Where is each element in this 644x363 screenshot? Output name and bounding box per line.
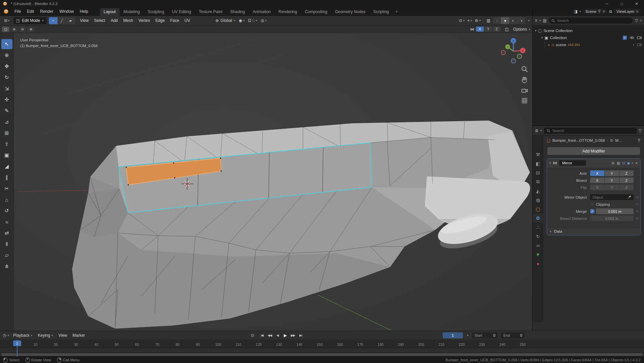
vertex-select-button[interactable]: • [49,17,58,24]
editor-outliner-icon[interactable]: ≡ [535,18,537,23]
timeline-scrollbar[interactable] [0,353,644,357]
tool-extrude-region[interactable]: ⇧ [1,139,12,149]
menu-help[interactable]: Help [77,8,91,15]
mirror-axis-z[interactable]: Z [493,27,501,32]
frame-ruler[interactable]: 1 10203040506070809010011012013014015016… [0,340,644,348]
ortho-grid-icon[interactable] [521,97,528,104]
pin-icon[interactable] [598,9,601,13]
orientation-dropdown[interactable]: ⊕ Global ▾ [215,18,235,23]
modifier-close-icon[interactable]: ✕ [635,161,638,165]
viewport-menu-face[interactable]: Face [167,17,182,24]
menu-file[interactable]: File [11,8,24,15]
viewlayer-copy-icon[interactable]: ⧉ [636,10,638,13]
maximize-button[interactable]: □ [614,0,629,7]
viewlayer-selector[interactable]: ViewLayer ⧉ [614,9,641,14]
jump-to-end-button[interactable]: ▶| [297,332,304,338]
viewport-menu-vertex[interactable]: Vertex [136,17,152,24]
merge-checkbox[interactable]: ✓ [590,209,595,213]
tool-shear[interactable]: ▱ [1,250,12,260]
animate-decorator[interactable] [636,196,638,198]
properties-tab-tool[interactable]: ⚒ [533,150,543,159]
tool-smooth[interactable]: ≈ [1,217,12,227]
timeline-menu-keying[interactable]: Keying▾ [35,332,56,338]
show-on-cage-icon[interactable]: ⊠ [612,161,615,165]
keyframe-area[interactable] [0,348,644,353]
viewport-3d[interactable]: User Perspective (1) Bumper_front_inner_… [0,33,532,331]
chevron-down-icon[interactable]: ▾ [640,19,642,22]
menu-window[interactable]: Window [56,8,77,15]
bisect-y-button[interactable]: Y [605,177,619,183]
tool-shrink-fatten[interactable]: ⇕ [1,239,12,249]
tool-move[interactable]: ✥ [1,61,12,71]
pin-icon[interactable] [638,138,641,142]
camera-view-icon[interactable] [521,87,528,94]
outliner-row-scene-collection[interactable]: ▾ ▢ Scene Collection [533,27,644,34]
tool-add-cube[interactable]: ⊞ [1,128,12,138]
axis-y-button[interactable]: Y [605,170,619,176]
tool-bevel[interactable]: ◢ [1,161,12,171]
shading-solid-button[interactable]: ● [501,17,509,24]
axis-z-button[interactable]: Z [619,170,634,176]
shading-material-button[interactable]: ◐ [509,17,517,24]
properties-tab-material[interactable]: ● [533,259,543,268]
chevron-down-icon[interactable]: ▾ [539,19,541,22]
editor-properties-icon[interactable]: ≣ [535,128,538,133]
tool-inset-faces[interactable]: ▣ [1,150,12,160]
magnet-icon[interactable]: Ω [248,18,251,23]
chevron-down-icon[interactable]: ▾ [7,334,9,337]
frame-end-field[interactable]: End 0 [501,332,524,338]
show-in-editmode-icon[interactable]: ▦ [617,161,620,165]
workspace-tab-geometry-nodes[interactable]: Geometry Nodes [331,8,369,16]
viewport-menu-select[interactable]: Select [91,17,108,24]
properties-tab-render[interactable]: ◧ [533,159,543,168]
timeline-menu-view[interactable]: View [56,332,70,338]
flip-z-button[interactable]: Z [619,185,634,190]
chevron-down-icon[interactable]: ▾ [540,129,542,132]
eyedropper-icon[interactable] [628,195,631,199]
modifier-name-field[interactable]: Mirror [559,160,586,166]
zoom-icon[interactable] [521,65,528,73]
mode-dropdown[interactable]: ◳ Edit Mode ▾ [13,17,46,24]
navigation-gizmo[interactable]: Z Y X [499,36,528,64]
properties-tab-modifiers[interactable]: ⚙ [533,213,543,223]
tool-scale[interactable]: ⇲ [1,84,12,94]
workspace-tab-modeling[interactable]: Modeling [120,8,144,16]
stopwatch-icon[interactable]: ◔ [466,333,469,338]
outliner-row-collection[interactable]: ▾ ▣ Collection ✓ [533,34,644,41]
workspace-tab-rendering[interactable]: Rendering [275,8,301,16]
tool-knife[interactable]: ✂ [1,184,12,194]
properties-tab-physics[interactable]: ↻ [533,232,543,241]
modifier-extras-icon[interactable]: ▾ [632,161,633,165]
tool-poly-build[interactable]: ⌂ [1,195,12,205]
shading-wireframe-button[interactable]: ◌ [493,17,501,24]
workspace-tab-animation[interactable]: Animation [249,8,274,16]
workspace-tab-compositing[interactable]: Compositing [301,8,331,16]
properties-tab-constraints[interactable]: ∞ [533,241,543,250]
disable-render-camera-icon[interactable] [637,43,642,46]
tool-annotate[interactable]: ✎ [1,106,12,116]
properties-tab-object[interactable]: ▢ [533,204,543,213]
animate-decorator[interactable] [636,217,638,220]
flip-x-button[interactable]: X [590,185,604,190]
properties-tab-particles[interactable]: ∴ [533,223,543,232]
select-option-subtract[interactable]: ⊟ [19,27,26,32]
shading-rendered-button[interactable]: ◑ [517,17,525,24]
properties-tab-output[interactable]: ⊟ [533,168,543,177]
scene-browse-chevron-icon[interactable]: ▾ [579,10,581,13]
shading-dropdown-icon[interactable]: ▾ [528,19,530,22]
hide-eye-icon[interactable] [630,36,634,39]
animate-decorator[interactable] [636,210,638,212]
properties-search-input[interactable]: Search [544,128,637,134]
close-button[interactable]: ✕ [629,0,644,7]
mirror-object-field[interactable]: Object [590,194,634,200]
collapse-icon[interactable]: ▾ [541,36,543,39]
expand-icon[interactable]: ▸ [548,43,550,46]
menu-render[interactable]: Render [37,8,56,15]
xray-toggle[interactable]: ▥ [486,18,490,23]
pivot-dropdown[interactable]: ◉ ▾ [239,18,245,23]
workspace-tab-scripting[interactable]: Scripting [370,8,393,16]
breadcrumb-object[interactable]: Bumper_front...OTTOM_0.058 [552,138,605,142]
tool-measure[interactable]: ⊿ [1,117,12,127]
properties-tab-view-layer[interactable]: ⧉ [533,177,543,186]
axis-x-button[interactable]: X [590,170,604,176]
